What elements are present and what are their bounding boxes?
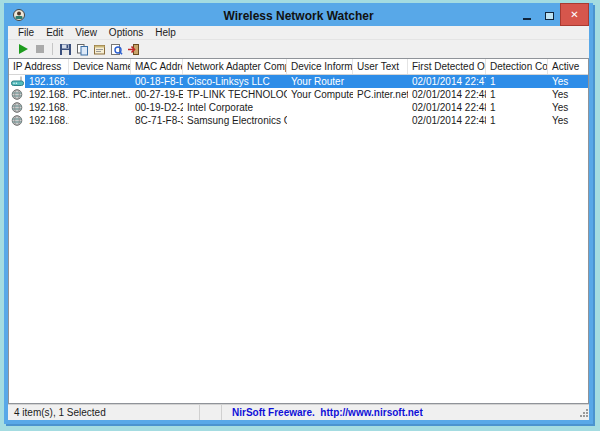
menu-edit[interactable]: Edit [40,26,69,39]
status-spacer [200,405,222,420]
column-header-user-text[interactable]: User Text [353,59,408,74]
device-list: IP AddressDevice NameMAC AddressNetwork … [8,58,589,404]
resize-grip[interactable] [579,408,588,419]
close-icon: ✕ [570,9,578,20]
row-cells: 192.168.1.100-18-F8-D7...Cisco-Linksys L… [25,75,588,88]
cell-detection-count: 1 [486,114,548,127]
cell-network-adapter-company: Intel Corporate [183,101,287,114]
cell-device-name: PC.inter.net.... [69,88,131,101]
table-header: IP AddressDevice NameMAC AddressNetwork … [9,59,588,75]
cell-first-detected-on: 02/01/2014 22:47:59 [408,75,486,88]
cell-ip-address: 192.168.1.100 [25,88,69,101]
status-item-count: 4 item(s), 1 Selected [8,405,200,420]
copy-button[interactable] [74,41,91,57]
find-icon [110,43,123,56]
network-device-icon [11,115,23,126]
cell-mac-address: 00-19-D2-2... [131,101,183,114]
cell-user-text: PC.inter.net... [353,88,408,101]
cell-network-adapter-company: TP-LINK TECHNOLOGIES ... [183,88,287,101]
table-row[interactable]: 192.168.1.100-18-F8-D7...Cisco-Linksys L… [9,75,588,88]
minimize-icon [523,18,531,20]
row-cells: 192.168.1.1018C-71-F8-36...Samsung Elect… [25,114,588,127]
properties-button[interactable] [91,41,108,57]
cell-first-detected-on: 02/01/2014 22:48:05 [408,114,486,127]
cell-detection-count: 1 [486,88,548,101]
column-header-detection-count[interactable]: Detection Count [486,59,548,74]
cell-ip-address: 192.168.1.1 [25,75,69,88]
menubar: File Edit View Options Help [8,26,589,40]
cell-active: Yes [548,101,588,114]
cell-network-adapter-company: Cisco-Linksys LLC [183,75,287,88]
router-icon [11,76,24,87]
minimize-button[interactable] [516,3,538,26]
toolbar [8,40,589,58]
computer-icon [9,89,25,100]
computer-icon [9,115,25,126]
router-icon [9,76,25,87]
cell-ip-address: 192.168.1.104 [25,101,69,114]
row-cells: 192.168.1.10400-19-D2-2...Intel Corporat… [25,101,588,114]
menu-view[interactable]: View [69,26,103,39]
status-freeware: NirSoft Freeware. http://www.nirsoft.net [222,405,589,420]
column-header-active[interactable]: Active [548,59,588,74]
toolbar-separator [52,43,53,55]
cell-detection-count: 1 [486,75,548,88]
cell-mac-address: 00-18-F8-D7... [131,75,183,88]
copy-icon [76,43,89,56]
table-row[interactable]: 192.168.1.1018C-71-F8-36...Samsung Elect… [9,114,588,127]
network-device-icon [11,89,23,100]
properties-icon [93,43,106,56]
cell-device-information: Your Router [287,75,353,88]
save-button[interactable] [57,41,74,57]
cell-device-information: Your Computer [287,88,353,101]
start-scan-button[interactable] [14,41,31,57]
column-header-ip-address[interactable]: IP Address [9,59,69,74]
table-body: 192.168.1.100-18-F8-D7...Cisco-Linksys L… [9,75,588,127]
cell-first-detected-on: 02/01/2014 22:48:04 [408,88,486,101]
window-title: Wireless Network Watcher [8,7,589,26]
menu-file[interactable]: File [12,26,40,39]
nirsoft-link: NirSoft Freeware. http://www.nirsoft.net [232,407,423,418]
cell-network-adapter-company: Samsung Electronics Co.,L... [183,114,287,127]
stop-icon [35,44,45,54]
table-row[interactable]: 192.168.1.100PC.inter.net....00-27-19-EA… [9,88,588,101]
column-header-device-name[interactable]: Device Name [69,59,131,74]
cell-active: Yes [548,88,588,101]
app-window: Wireless Network Watcher ✕ File Edit Vie… [4,3,593,424]
table-row[interactable]: 192.168.1.10400-19-D2-2...Intel Corporat… [9,101,588,114]
cell-active: Yes [548,75,588,88]
cell-detection-count: 1 [486,101,548,114]
titlebar: Wireless Network Watcher ✕ [8,7,589,26]
find-button[interactable] [108,41,125,57]
row-cells: 192.168.1.100PC.inter.net....00-27-19-EA… [25,88,588,101]
play-icon [17,43,29,55]
cell-active: Yes [548,114,588,127]
exit-icon [127,43,140,56]
cell-mac-address: 00-27-19-EA... [131,88,183,101]
stop-scan-button[interactable] [31,41,48,57]
menu-help[interactable]: Help [149,26,182,39]
column-header-device-information[interactable]: Device Informati... [287,59,353,74]
cell-mac-address: 8C-71-F8-36... [131,114,183,127]
cell-first-detected-on: 02/01/2014 22:48:04 [408,101,486,114]
maximize-button[interactable] [538,3,560,26]
exit-button[interactable] [125,41,142,57]
save-icon [59,43,72,56]
cell-ip-address: 192.168.1.101 [25,114,69,127]
network-device-icon [11,102,23,113]
column-header-mac-address[interactable]: MAC Address [131,59,183,74]
statusbar: 4 item(s), 1 Selected NirSoft Freeware. … [8,404,589,420]
computer-icon [9,102,25,113]
close-button[interactable]: ✕ [560,3,589,26]
maximize-icon [545,12,554,20]
menu-options[interactable]: Options [103,26,149,39]
column-header-first-detected-on[interactable]: First Detected On [408,59,486,74]
column-header-network-adapter-company[interactable]: Network Adapter Company [183,59,287,74]
